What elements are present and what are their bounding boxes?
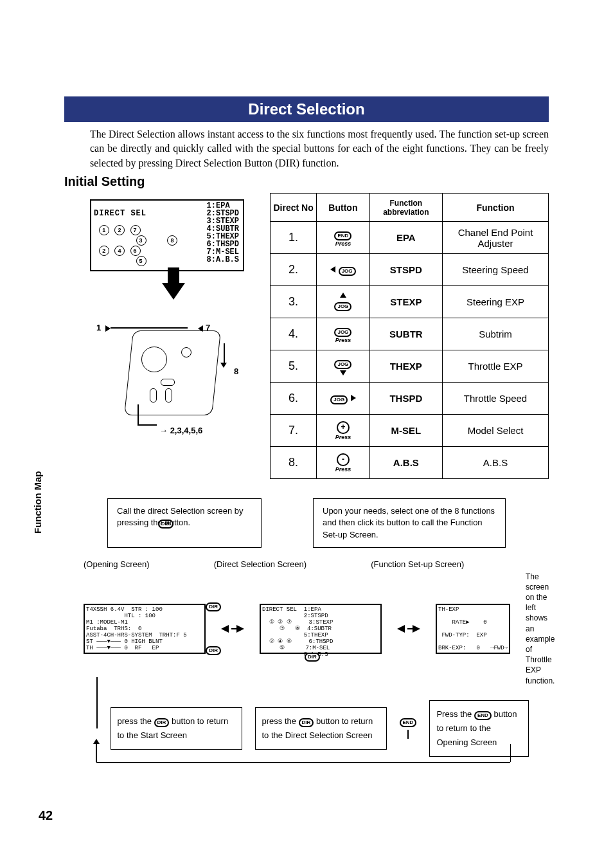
lcd-function-list: 1:EPA 2:STSPD 3:STEXP 4:SUBTR 5:THEXP 6:… (207, 202, 239, 264)
connector-line (96, 762, 510, 763)
table-row: 8.-PressA.B.SA.B.S (271, 447, 549, 479)
table-row: 5.JOGTHEXPThrottle EXP (271, 350, 549, 383)
diagram-label-group: 2,3,4,5,6 (170, 426, 203, 435)
table-row: 6.JOG THSPDThrottle Speed (271, 383, 549, 415)
th-abbr: Function abbreviation (369, 194, 442, 222)
table-row: 1.ENDPressEPAChanel End Point Adjuster (271, 222, 549, 254)
th-direct-no: Direct No (271, 194, 317, 222)
dir-icon: DIR (305, 653, 320, 662)
th-function: Function (443, 194, 549, 222)
manual-page: Direct Selection The Direct Selection al… (0, 0, 613, 868)
table-row: 4.JOGPressSUBTRSubtrim (271, 318, 549, 350)
dir-icon: DIR (206, 602, 221, 611)
th-button: Button (317, 194, 369, 222)
mini-direct-selection-screen: DIRECT SEL 1:EPA 2:STSPD ① ② ⑦ 3:STEXP ③… (260, 604, 382, 654)
dir-icon: DIR (158, 520, 173, 529)
mini-function-setup-screen: TH-EXP RATE▶ 0 FWD-TYP: EXP BRK-EXP: 0 →… (436, 604, 510, 654)
functions-table: Direct No Button Function abbreviation F… (270, 193, 549, 479)
dir-icon: DIR (299, 718, 314, 727)
page-number: 42 (39, 808, 53, 823)
lcd-direct-sel-screen: DIRECT SEL 1 2 7 3 8 2 4 6 5 1:EPA 2:STS… (90, 199, 244, 271)
example-note: The screen on the left shows an example … (526, 572, 555, 686)
lcd-title-and-buttons: DIRECT SEL 1 2 7 3 8 2 4 6 5 (94, 202, 177, 274)
section-title: Direct Selection (64, 96, 549, 122)
flow-box-2: Upon your needs, select one of the 8 fun… (313, 498, 506, 548)
dir-icon: DIR (206, 646, 221, 655)
table-row: 3.JOGSTEXPSteering EXP (271, 286, 549, 318)
bottom-box-return-start: press the DIR button to return to the St… (111, 707, 242, 750)
down-arrow-icon (162, 283, 185, 300)
bottom-flow-boxes: press the DIR button to return to the St… (96, 700, 549, 757)
diagram-label-1: 1 (96, 323, 101, 332)
label-direct-selection-screen: (Direct Selection Screen) (214, 559, 307, 569)
diagram-label-8: 8 (234, 366, 238, 376)
bottom-box-return-opening: Press the END button to return to the Op… (429, 700, 529, 757)
mini-screens-row: T4XSSH 6.4V STR : 100 HTL : 100 M1 :MODE… (84, 572, 549, 686)
side-label-function-map: Function Map (32, 471, 43, 534)
end-icon: END (474, 711, 492, 720)
dir-icon: DIR (154, 718, 170, 727)
table-row: 7.+PressM-SELModel Select (271, 415, 549, 447)
intro-paragraph: The Direct Selection allows instant acce… (90, 127, 549, 170)
end-icon: END (400, 718, 417, 727)
label-opening-screen: (Opening Screen) (84, 559, 150, 569)
subheading: Initial Setting (64, 174, 562, 189)
flow-box-1: Call the direct Selection screen by pres… (107, 498, 262, 548)
flow-step-boxes: Call the direct Selection screen by pres… (51, 498, 562, 548)
screen-labels-row: (Opening Screen) (Direct Selection Scree… (84, 559, 549, 569)
controller-diagram: 1 7 8 → 2,3,4,5,6 (90, 311, 244, 440)
label-function-setup-screen: (Function Set-up Screen) (371, 559, 464, 569)
table-row: 2. JOGSTSPDSteering Speed (271, 254, 549, 286)
bottom-box-return-dir: press the DIR button to return to the Di… (255, 707, 387, 750)
mini-opening-screen: T4XSSH 6.4V STR : 100 HTL : 100 M1 :MODE… (84, 604, 206, 654)
